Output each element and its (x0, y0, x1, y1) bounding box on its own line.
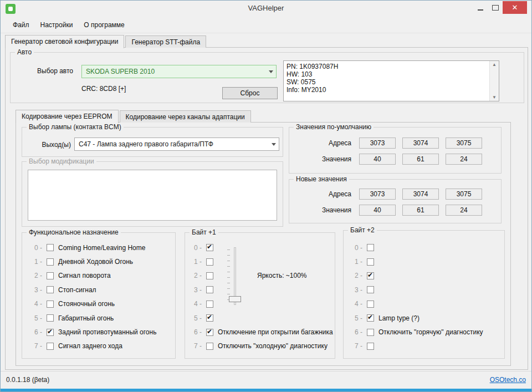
tab-eeprom[interactable]: Кодирование через EEPROM (16, 110, 119, 123)
main-tabstrip: Генератор световой конфигурации Генерато… (5, 35, 207, 48)
car-info-box[interactable]: PN: 1K0937087H HW: 103 SW: 0575 Info: MY… (283, 60, 499, 101)
row-index: 3 - (30, 286, 42, 294)
info-scrollbar[interactable]: ▲ ▼ (489, 61, 499, 101)
lamp-group: Выбор лампы (контакта BCM) Выход(ы) C47 … (22, 127, 283, 157)
row-index: 2 - (350, 272, 362, 279)
byte2-row: 5 - Lamp type (?) (344, 311, 504, 325)
default-value-field[interactable]: 40 (359, 154, 396, 165)
row-index: 7 - (190, 342, 202, 350)
row-index: 1 - (350, 258, 362, 266)
car-select-value: SKODA SUPERB 2010 (86, 68, 265, 75)
checkbox[interactable] (47, 329, 54, 336)
checkbox[interactable] (206, 286, 213, 293)
byte2-row: 1 - (344, 254, 504, 268)
byte1-row: 7 - Отключить "холодную" диагностику (185, 339, 335, 353)
defaults-address-row: Адреса 3073 3074 3075 (289, 138, 501, 149)
row-index: 0 - (350, 244, 362, 252)
eeprom-tab-panel: Выбор лампы (контакта BCM) Выход(ы) C47 … (16, 122, 511, 366)
checkbox[interactable] (206, 272, 213, 279)
chevron-down-icon[interactable] (268, 138, 279, 150)
menu-file[interactable]: Файл (7, 19, 35, 31)
new-value-field[interactable]: 61 (402, 205, 439, 216)
tab-stt-file[interactable]: Генератор STT-файла (125, 35, 206, 48)
car-select[interactable]: SKODA SUPERB 2010 (81, 65, 277, 78)
chevron-down-icon[interactable] (265, 65, 276, 78)
func-row: 1 - Дневной Ходовой Огонь (22, 254, 175, 268)
default-value-field[interactable]: 61 (402, 154, 439, 165)
menu-settings[interactable]: Настройки (35, 19, 79, 31)
default-value-field[interactable]: 24 (446, 154, 482, 165)
row-index: 4 - (350, 300, 362, 308)
window-title: VAGHelper (1, 4, 531, 12)
byte2-row: 4 - (344, 297, 504, 311)
checkbox[interactable] (206, 343, 213, 350)
checkbox[interactable] (367, 286, 374, 293)
default-address-field[interactable]: 3075 (446, 138, 482, 149)
scroll-down-icon[interactable]: ▼ (490, 95, 499, 100)
func-row: 6 - Задний противотуманный огонь (22, 325, 175, 339)
checkbox[interactable] (206, 301, 213, 308)
menubar: Файл Настройки О программе (1, 17, 531, 33)
new-address-field[interactable]: 3074 (402, 189, 439, 200)
new-values-group: Новые значения Адреса 3073 3074 3075 Зна… (289, 179, 502, 223)
new-value-field[interactable]: 24 (446, 205, 482, 216)
tab-adaptation[interactable]: Кодирование через каналы адаптации (120, 110, 251, 123)
checkbox[interactable] (47, 343, 54, 350)
statusbar: 0.0.1.18 (βeta) OSOtech.co (1, 371, 531, 389)
app-window: VAGHelper ✕ Файл Настройки О программе Г… (0, 0, 532, 392)
minimize-button[interactable] (473, 1, 488, 14)
close-button[interactable]: ✕ (503, 1, 527, 14)
func-row: 4 - Стояночный огонь (22, 297, 175, 311)
row-index: 1 - (190, 258, 202, 266)
byte1-row: 6 - Отключение при открытии багажника (185, 325, 335, 339)
checkbox[interactable] (206, 314, 213, 322)
tab-light-config[interactable]: Генератор световой конфигурации (5, 35, 124, 48)
byte1-group: Байт +1 0 - 1 - 2 - (185, 232, 335, 359)
checkbox-label: Габаритный огонь (58, 314, 114, 322)
checkbox[interactable] (367, 314, 374, 322)
values-label: Значения (289, 206, 351, 214)
checkbox[interactable] (47, 244, 54, 251)
checkbox-label: Сигнал заднего хода (58, 342, 122, 350)
checkbox[interactable] (47, 272, 54, 279)
slider-thumb[interactable] (229, 296, 241, 302)
checkbox[interactable] (367, 329, 374, 336)
row-index: 0 - (190, 244, 202, 252)
checkbox[interactable] (47, 286, 54, 293)
modification-listbox[interactable] (28, 170, 277, 221)
output-select[interactable]: C47 - Лампа заднего правого габарита/ПТФ (74, 138, 279, 151)
brightness-slider[interactable] (227, 247, 244, 305)
checkbox[interactable] (47, 258, 54, 266)
new-value-field[interactable]: 40 (359, 205, 396, 216)
byte2-row: 0 - (344, 241, 504, 254)
modification-group-title: Выбор модификации (27, 157, 96, 165)
checkbox[interactable] (367, 343, 374, 350)
byte2-group: Байт +2 0 - 1 - 2 - (343, 230, 505, 359)
default-address-field[interactable]: 3073 (359, 138, 396, 149)
function-group-title: Функциональное назначение (27, 228, 121, 236)
defaults-group: Значения по-умолчанию Адреса 3073 3074 3… (289, 127, 502, 174)
checkbox[interactable] (367, 301, 374, 308)
brightness-label: Яркость: ~100% (257, 272, 307, 279)
values-label: Значения (289, 155, 351, 163)
reset-button[interactable]: Сброс (222, 87, 278, 99)
checkbox[interactable] (47, 314, 54, 322)
lamp-group-title: Выбор лампы (контакта BCM) (27, 123, 124, 131)
byte1-group-title: Байт +1 (190, 228, 218, 236)
auto-group-title: Авто (15, 48, 34, 56)
menu-about[interactable]: О программе (78, 19, 130, 31)
website-link[interactable]: OSOtech.co (490, 376, 526, 384)
checkbox[interactable] (367, 272, 374, 279)
maximize-button[interactable] (488, 1, 503, 14)
checkbox[interactable] (206, 244, 213, 251)
checkbox[interactable] (367, 244, 374, 251)
checkbox[interactable] (206, 258, 213, 266)
default-address-field[interactable]: 3074 (402, 138, 439, 149)
new-address-field[interactable]: 3075 (446, 189, 482, 200)
checkbox[interactable] (47, 301, 54, 308)
new-address-field[interactable]: 3073 (359, 189, 396, 200)
checkbox[interactable] (367, 258, 374, 266)
checkbox[interactable] (206, 329, 213, 336)
byte2-row: 3 - (344, 283, 504, 297)
scroll-up-icon[interactable]: ▲ (490, 62, 499, 67)
